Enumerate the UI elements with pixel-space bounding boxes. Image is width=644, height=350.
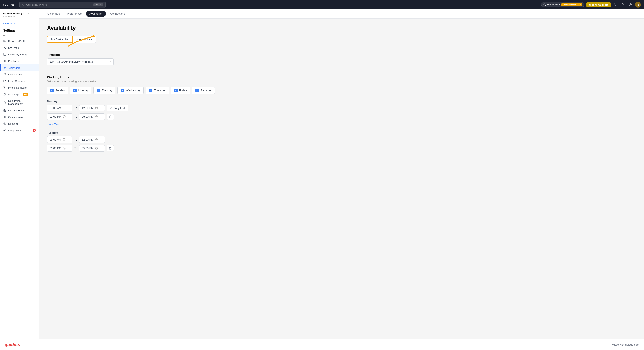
clock-icon-4 xyxy=(95,115,98,118)
svg-rect-27 xyxy=(5,117,6,118)
whats-new-label: What's New xyxy=(547,3,560,6)
my-availability-tab[interactable]: My Availability xyxy=(47,36,73,43)
help-icon[interactable] xyxy=(628,2,633,8)
bell-icon[interactable] xyxy=(620,2,626,8)
day-button-thursday[interactable]: ✓ Thursday xyxy=(146,87,169,94)
sidebar-item-phone-numbers[interactable]: Phone Numbers xyxy=(0,84,39,91)
sidebar-item-conversation-ai[interactable]: Conversation AI xyxy=(0,71,39,78)
sidebar-item-label-reputation: Reputation Management xyxy=(8,100,36,105)
tab-bar: Calendars Preferences Availability Conne… xyxy=(39,10,644,18)
search-icon xyxy=(22,3,25,6)
go-back-button[interactable]: < Go Back xyxy=(0,20,39,27)
search-placeholder: Quick search here xyxy=(26,3,47,6)
sidebar-item-business-profile[interactable]: Business Profile xyxy=(0,38,39,44)
search-shortcut: Ctrl + K xyxy=(93,3,103,6)
clock-icon-2 xyxy=(95,107,98,110)
sidebar-item-label-my-profile: My Profile xyxy=(8,46,20,49)
sidebar-header: Dunder Mifflin (D... Scranton, PA xyxy=(0,10,39,20)
tab-availability[interactable]: Availability xyxy=(86,11,106,17)
monday-end-2[interactable]: 05:00 PM xyxy=(79,113,105,120)
location-name[interactable]: Dunder Mifflin (D... xyxy=(3,12,36,15)
svg-rect-34 xyxy=(110,108,112,109)
sidebar-item-my-profile[interactable]: My Profile xyxy=(0,44,39,51)
monday-end-1[interactable]: 12:00 PM xyxy=(79,105,105,112)
add-time-monday-button[interactable]: + Add Time xyxy=(47,122,60,126)
tab-preferences[interactable]: Preferences xyxy=(64,10,85,18)
values-icon xyxy=(3,116,6,118)
svg-rect-18 xyxy=(5,61,6,62)
tab-connections[interactable]: Connections xyxy=(107,10,129,18)
sidebar-item-label-company-billing: Company Billing xyxy=(8,53,26,56)
app-logo: topline xyxy=(3,3,15,7)
day-button-wednesday[interactable]: ✓ Wednesday xyxy=(118,87,144,94)
svg-line-1 xyxy=(24,5,24,6)
tuesday-end-1[interactable]: 12:00 PM xyxy=(79,136,105,143)
team-availability-tab[interactable]: + Availability xyxy=(73,36,96,43)
sidebar-item-custom-values[interactable]: Custom Values xyxy=(0,114,39,120)
delete-tuesday-slot-button[interactable] xyxy=(107,145,114,151)
sidebar-item-domains[interactable]: Domains xyxy=(0,120,39,127)
sidebar-item-label-email-services: Email Services xyxy=(8,80,25,82)
support-button[interactable]: topline Support xyxy=(586,2,611,8)
trash-icon xyxy=(109,115,112,118)
copy-icon xyxy=(110,107,112,110)
whats-new-button[interactable]: What's New Calendar Updates xyxy=(541,2,584,7)
tuesday-start-2[interactable]: 01:00 PM xyxy=(47,145,72,152)
svg-rect-19 xyxy=(4,67,6,69)
sidebar-item-label-whatsapp: WhatsApp xyxy=(8,93,20,96)
calendar-updates-badge: Calendar Updates xyxy=(561,3,582,6)
sidebar-item-label-custom-values: Custom Values xyxy=(8,116,25,118)
sidebar-item-label-domains: Domains xyxy=(8,122,18,125)
sidebar-item-pipelines[interactable]: Pipelines xyxy=(0,58,39,64)
monday-start-2[interactable]: 01:00 PM xyxy=(47,113,72,120)
sidebar-item-whatsapp[interactable]: WhatsApp beta xyxy=(0,91,39,98)
footer-text: Made with guidde.com xyxy=(612,343,639,346)
delete-slot-button[interactable] xyxy=(107,114,114,120)
avatar[interactable]: TL xyxy=(635,2,641,8)
page-content: Availability My Availability + Availabil… xyxy=(39,18,644,339)
sidebar-item-email-services[interactable]: Email Services xyxy=(0,78,39,84)
sidebar-item-reputation[interactable]: Reputation Management xyxy=(0,98,39,107)
sidebar-item-custom-fields[interactable]: Custom Fields xyxy=(0,107,39,114)
copy-to-all-button[interactable]: Copy to all xyxy=(107,105,128,112)
tab-calendars[interactable]: Calendars xyxy=(44,10,64,18)
sidebar-item-integrations[interactable]: Integrations 3 xyxy=(0,127,39,134)
integrations-icon xyxy=(3,129,6,132)
chat-icon xyxy=(3,73,6,76)
day-button-sunday[interactable]: ✓ Sunday xyxy=(47,87,68,94)
clock-icon-6 xyxy=(95,138,98,141)
phone-icon[interactable] xyxy=(613,2,618,8)
billing-icon xyxy=(3,53,6,56)
day-button-friday[interactable]: ✓ Friday xyxy=(171,87,190,94)
tuesday-row-2: 01:00 PM To 05:00 PM xyxy=(47,145,636,152)
apps-label: Apps xyxy=(0,33,39,38)
svg-rect-13 xyxy=(4,53,6,56)
star-icon xyxy=(3,101,6,104)
top-nav: topline Quick search here Ctrl + K What'… xyxy=(0,0,644,10)
search-bar[interactable]: Quick search here Ctrl + K xyxy=(20,2,106,8)
day-button-monday[interactable]: ✓ Monday xyxy=(70,87,92,94)
phone-numbers-icon xyxy=(3,86,6,89)
svg-rect-24 xyxy=(4,116,4,117)
user-icon xyxy=(3,46,6,49)
domains-icon xyxy=(3,122,6,125)
content-area: Calendars Preferences Availability Conne… xyxy=(39,10,644,339)
trash-icon-2 xyxy=(109,147,112,150)
clock-icon-8 xyxy=(95,147,98,150)
building-icon xyxy=(3,40,6,43)
sidebar-item-calendars[interactable]: Calendars xyxy=(0,64,39,71)
chevron-down-icon xyxy=(26,12,29,15)
thursday-check: ✓ xyxy=(149,89,152,92)
tuesday-end-2[interactable]: 05:00 PM xyxy=(79,145,105,152)
tuesday-start-1[interactable]: 09:00 AM xyxy=(47,136,72,143)
timezone-select[interactable]: GMT-04:00 America/New_York (EDT) xyxy=(47,58,114,66)
sidebar-item-company-billing[interactable]: Company Billing xyxy=(0,51,39,58)
monday-row-1: 09:00 AM To 12:00 PM Copy to all xyxy=(47,105,636,112)
monday-start-1[interactable]: 09:00 AM xyxy=(47,105,72,112)
clock-icon-7 xyxy=(63,147,66,150)
svg-rect-16 xyxy=(5,60,6,61)
day-button-saturday[interactable]: ✓ Saturday xyxy=(192,87,215,94)
day-button-tuesday[interactable]: ✓ Tuesday xyxy=(93,87,116,94)
monday-check: ✓ xyxy=(73,89,77,92)
sidebar-item-label-calendars: Calendars xyxy=(9,66,20,69)
